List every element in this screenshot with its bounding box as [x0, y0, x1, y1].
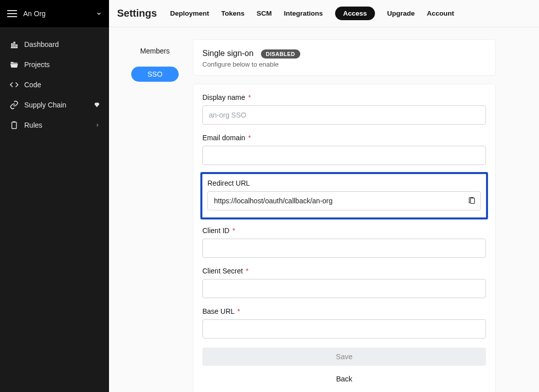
- save-button[interactable]: Save: [202, 348, 486, 366]
- sso-subtitle: Configure below to enable: [202, 61, 486, 68]
- sidebar-item-rules[interactable]: Rules: [0, 115, 109, 135]
- subnav-members[interactable]: Members: [131, 43, 179, 59]
- diamond-icon: [94, 102, 100, 108]
- content: Single sign-on DISABLED Configure below …: [193, 39, 496, 392]
- form-buttons: Save Back: [202, 348, 486, 388]
- tabs: Deployment Tokens SCM Integrations Acces…: [170, 7, 454, 20]
- client-secret-input[interactable]: [202, 279, 486, 298]
- sidebar-item-label: Projects: [24, 61, 100, 69]
- base-url-label: Base URL *: [202, 307, 486, 315]
- clipboard-copy-icon: [468, 197, 476, 205]
- field-base-url: Base URL *: [202, 307, 486, 339]
- email-domain-label: Email domain *: [202, 134, 486, 142]
- sidebar: An Org Dashboard Projects Code: [0, 0, 109, 392]
- client-secret-label: Client Secret *: [202, 267, 486, 275]
- chevron-down-icon: [96, 11, 102, 17]
- field-display-name: Display name *: [202, 93, 486, 125]
- display-name-input[interactable]: [202, 105, 486, 125]
- redirect-url-label: Redirect URL: [207, 179, 481, 187]
- display-name-label: Display name *: [202, 93, 486, 101]
- copy-redirect-url-button[interactable]: [468, 197, 476, 205]
- svg-rect-2: [14, 42, 15, 48]
- back-button[interactable]: Back: [202, 370, 486, 388]
- main: Settings Deployment Tokens SCM Integrati…: [109, 0, 539, 392]
- sidebar-item-code[interactable]: Code: [0, 75, 109, 95]
- code-icon: [9, 80, 19, 89]
- clipboard-icon: [9, 121, 19, 130]
- topbar: Settings Deployment Tokens SCM Integrati…: [109, 0, 539, 27]
- tab-access[interactable]: Access: [335, 7, 375, 20]
- sso-form-card: Display name * Email domain * Redirect U…: [193, 84, 496, 392]
- tab-integrations[interactable]: Integrations: [284, 7, 322, 20]
- org-name: An Org: [23, 10, 96, 18]
- client-id-label: Client ID *: [202, 227, 486, 235]
- sidebar-item-supply-chain[interactable]: Supply Chain: [0, 95, 109, 115]
- sidebar-item-projects[interactable]: Projects: [0, 54, 109, 75]
- sidebar-item-label: Rules: [24, 121, 95, 129]
- svg-rect-4: [470, 198, 474, 203]
- link-chain-icon: [9, 100, 19, 109]
- subnav: Members SSO: [117, 39, 193, 392]
- field-email-domain: Email domain *: [202, 134, 486, 165]
- field-client-id: Client ID *: [202, 227, 486, 258]
- tab-deployment[interactable]: Deployment: [170, 7, 209, 20]
- tab-upgrade[interactable]: Upgrade: [387, 7, 415, 20]
- svg-rect-3: [16, 45, 17, 47]
- client-id-input[interactable]: [202, 239, 486, 258]
- chevron-right-icon: [95, 123, 100, 128]
- redirect-url-input[interactable]: [207, 191, 481, 210]
- field-client-secret: Client Secret *: [202, 267, 486, 298]
- menu-icon: [7, 10, 17, 17]
- chart-bar-icon: [9, 40, 19, 49]
- page-title: Settings: [117, 8, 157, 19]
- body: Members SSO Single sign-on DISABLED Conf…: [109, 27, 539, 392]
- sidebar-item-label: Code: [24, 81, 100, 89]
- tab-tokens[interactable]: Tokens: [221, 7, 244, 20]
- email-domain-input[interactable]: [202, 146, 486, 165]
- sidebar-item-label: Dashboard: [24, 40, 100, 48]
- sso-header-card: Single sign-on DISABLED Configure below …: [193, 39, 496, 76]
- svg-rect-1: [12, 44, 13, 48]
- base-url-input[interactable]: [202, 319, 486, 339]
- tab-scm[interactable]: SCM: [256, 7, 272, 20]
- sidebar-nav: Dashboard Projects Code Supply Chain: [0, 27, 109, 142]
- sso-title: Single sign-on: [202, 49, 253, 58]
- sidebar-item-dashboard[interactable]: Dashboard: [0, 34, 109, 54]
- sidebar-item-label: Supply Chain: [24, 101, 94, 109]
- folder-open-icon: [9, 60, 19, 69]
- org-switcher[interactable]: An Org: [0, 0, 109, 27]
- tab-account[interactable]: Account: [427, 7, 454, 20]
- status-badge: DISABLED: [261, 49, 300, 59]
- subnav-sso[interactable]: SSO: [131, 67, 179, 82]
- field-redirect-url: Redirect URL: [200, 172, 488, 219]
